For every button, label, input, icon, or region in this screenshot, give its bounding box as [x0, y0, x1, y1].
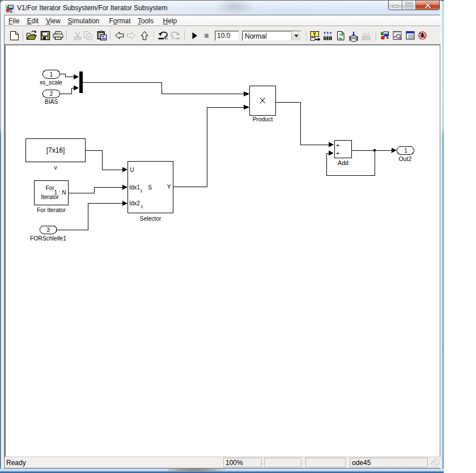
svg-text:[7x16]: [7x16]	[46, 146, 65, 154]
svg-text:v: v	[54, 164, 57, 171]
svg-text:Add: Add	[338, 159, 348, 166]
svg-text:xs_scale: xs_scale	[40, 79, 62, 86]
svg-text:2: 2	[50, 91, 53, 97]
svg-text:BIAS: BIAS	[45, 99, 58, 105]
svg-text:Y: Y	[313, 31, 316, 37]
svg-text:1: 1	[404, 147, 407, 154]
svg-text:1: 1	[141, 204, 143, 209]
svg-text:1: 1	[50, 71, 53, 78]
svg-text:Selector: Selector	[140, 216, 162, 222]
svg-text:For Iterator: For Iterator	[37, 207, 66, 213]
svg-text:Out2: Out2	[399, 156, 412, 162]
svg-text:FORSchleife1: FORSchleife1	[30, 235, 66, 242]
svg-text:Product: Product	[253, 116, 273, 123]
svg-text:Idx1: Idx1	[129, 184, 140, 191]
svg-text:For: For	[46, 185, 55, 191]
svg-text:Idx2: Idx2	[129, 200, 140, 206]
svg-text:Y: Y	[167, 184, 171, 190]
svg-text:U: U	[130, 167, 134, 173]
svg-text:1: 1	[140, 188, 143, 193]
svg-text:S: S	[148, 184, 152, 191]
svg-text:+: +	[336, 142, 339, 149]
svg-text:+: +	[336, 150, 339, 157]
svg-text:3: 3	[46, 227, 50, 233]
svg-text:1 : N: 1 : N	[54, 189, 66, 196]
